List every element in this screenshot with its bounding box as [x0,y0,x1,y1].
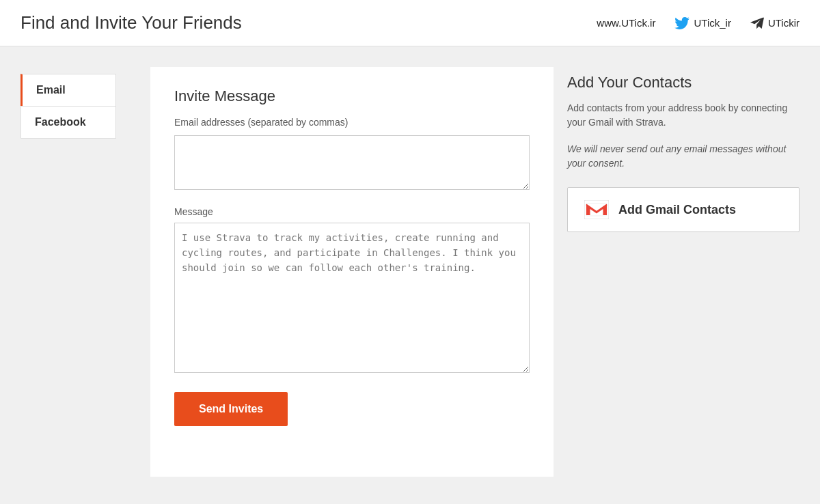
contacts-note: We will never send out any email message… [567,142,800,171]
send-invites-button[interactable]: Send Invites [174,392,288,426]
header-links: www.UTick.ir UTick_ir UTickir [597,17,800,29]
telegram-link[interactable]: UTickir [750,17,800,29]
gmail-icon [584,200,609,219]
main-content: Email Facebook Invite Message Email addr… [0,46,820,497]
tab-email[interactable]: Email [20,74,116,106]
telegram-icon [750,17,764,29]
contacts-panel: Add Your Contacts Add contacts from your… [567,67,800,477]
page-title: Find and Invite Your Friends [20,12,242,33]
gmail-button-label: Add Gmail Contacts [618,203,736,217]
message-textarea[interactable] [174,223,530,373]
add-gmail-contacts-button[interactable]: Add Gmail Contacts [567,187,800,232]
website-text: www.UTick.ir [597,17,655,29]
message-label: Message [174,206,530,217]
website-link[interactable]: www.UTick.ir [597,17,655,29]
email-input[interactable] [174,135,530,190]
invite-message-title: Invite Message [174,87,530,105]
twitter-link[interactable]: UTick_ir [674,17,730,29]
contacts-title: Add Your Contacts [567,74,800,92]
sidebar: Email Facebook [20,74,137,477]
telegram-text: UTickir [768,17,800,29]
twitter-text: UTick_ir [694,17,730,29]
invite-form-panel: Invite Message Email addresses (separate… [150,67,554,477]
email-addresses-label: Email addresses (separated by commas) [174,116,530,130]
tab-facebook[interactable]: Facebook [20,106,116,139]
twitter-icon [674,17,689,29]
header: Find and Invite Your Friends www.UTick.i… [0,0,820,46]
contacts-description: Add contacts from your address book by c… [567,101,800,130]
